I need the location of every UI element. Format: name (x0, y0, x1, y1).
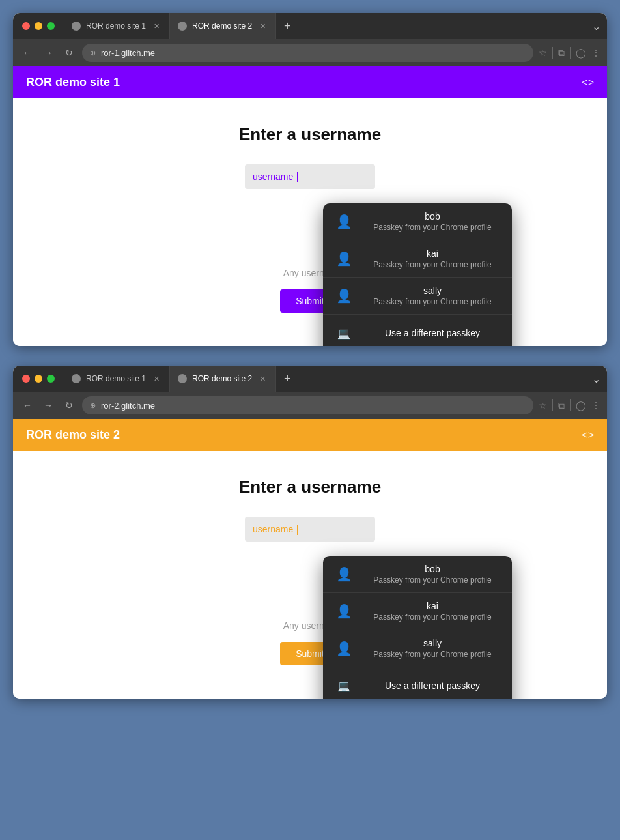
tab-2-label: ROR demo site 2 (192, 22, 252, 31)
url-bar-1[interactable]: ⊕ ror-1.glitch.me (82, 44, 533, 62)
page-content-2: Enter a username username 👤 bob Passkey … (13, 451, 607, 699)
passkey-info-sally-1: sally Passkey from your Chrome profile (363, 285, 501, 306)
minimize-button-2[interactable] (35, 375, 42, 383)
url-security-icon-2: ⊕ (90, 401, 96, 410)
device-icon-2: 💻 (333, 675, 354, 696)
passkey-item-bob-2[interactable]: 👤 bob Passkey from your Chrome profile (323, 556, 512, 593)
code-icon-2[interactable]: <> (582, 429, 594, 441)
tab-4-close[interactable]: ✕ (257, 373, 268, 384)
username-input-container-2[interactable]: username (245, 517, 375, 542)
minimize-button-1[interactable] (35, 22, 42, 30)
code-icon-1[interactable]: <> (582, 77, 594, 89)
cursor-2 (297, 525, 298, 535)
tab-1-label: ROR demo site 1 (86, 22, 146, 31)
tabs-chevron-2[interactable]: ⌄ (592, 373, 607, 385)
passkey-sub-bob-2: Passkey from your Chrome profile (363, 575, 501, 585)
passkey-info-sally-2: sally Passkey from your Chrome profile (363, 638, 501, 659)
passkey-different-label-1: Use a different passkey (363, 328, 501, 338)
username-input-text-2: username (253, 524, 293, 534)
url-bar-2[interactable]: ⊕ ror-2.glitch.me (82, 396, 533, 414)
user-icon-sally-2: 👤 (333, 638, 354, 659)
passkey-item-sally-2[interactable]: 👤 sally Passkey from your Chrome profile (323, 630, 512, 667)
username-input-container-1[interactable]: username (245, 164, 375, 189)
site-header-1: ROR demo site 1 <> (13, 66, 607, 98)
window-controls-2 (13, 375, 64, 383)
address-actions-1: ☆ ⧉ ◯ ⋮ (539, 47, 600, 59)
new-tab-button-1[interactable]: + (276, 20, 299, 33)
tab-3-close[interactable]: ✕ (151, 373, 162, 384)
tab-1-close[interactable]: ✕ (151, 21, 162, 31)
profile-icon-1[interactable]: ◯ (576, 48, 586, 58)
cursor-1 (297, 172, 298, 182)
passkey-different-info-2: Use a different passkey (363, 680, 501, 691)
maximize-button-1[interactable] (47, 22, 55, 30)
tabs-bar-2: ROR demo site 1 ✕ ROR demo site 2 ✕ + ⌄ (64, 366, 607, 392)
passkey-name-sally-2: sally (363, 638, 501, 648)
tab-favicon-1 (72, 22, 81, 31)
menu-icon-1[interactable]: ⋮ (591, 48, 600, 58)
site-title-1: ROR demo site 1 (26, 76, 120, 89)
tab-4-active[interactable]: ROR demo site 2 ✕ (170, 366, 276, 392)
title-bar-1: ROR demo site 1 ✕ ROR demo site 2 ✕ + ⌄ (13, 13, 607, 39)
tabs-chevron-1[interactable]: ⌄ (592, 20, 607, 33)
tab-favicon-3 (72, 374, 81, 383)
passkey-different-1[interactable]: 💻 Use a different passkey (323, 315, 512, 346)
star-icon-1[interactable]: ☆ (539, 48, 547, 58)
device-icon-1: 💻 (333, 323, 354, 343)
passkey-different-info-1: Use a different passkey (363, 328, 501, 338)
star-icon-2[interactable]: ☆ (539, 400, 547, 411)
passkey-name-bob-2: bob (363, 564, 501, 574)
separator-1 (552, 47, 553, 59)
refresh-button-2[interactable]: ↻ (61, 398, 77, 413)
passkey-item-kai-1[interactable]: 👤 kai Passkey from your Chrome profile (323, 240, 512, 278)
passkey-sub-bob-1: Passkey from your Chrome profile (363, 223, 501, 232)
passkey-item-sally-1[interactable]: 👤 sally Passkey from your Chrome profile (323, 278, 512, 315)
forward-button-1[interactable]: → (40, 45, 56, 61)
passkey-item-bob-1[interactable]: 👤 bob Passkey from your Chrome profile (323, 203, 512, 240)
passkey-info-bob-2: bob Passkey from your Chrome profile (363, 564, 501, 585)
input-wrapper-1: username 👤 bob Passkey from your Chrome … (245, 164, 375, 189)
user-icon-bob-1: 👤 (333, 211, 354, 232)
input-section-2: username 👤 bob Passkey from your Chrome … (26, 517, 594, 665)
back-button-2[interactable]: ← (20, 398, 35, 413)
input-section-1: username 👤 bob Passkey from your Chrome … (26, 164, 594, 313)
new-tab-button-2[interactable]: + (276, 372, 299, 386)
close-button-2[interactable] (22, 375, 30, 383)
username-input-text-1: username (253, 171, 293, 182)
forward-button-2[interactable]: → (40, 398, 56, 413)
window-controls-1 (13, 22, 64, 30)
extensions-icon-1[interactable]: ⧉ (558, 48, 565, 59)
passkey-item-kai-2[interactable]: 👤 kai Passkey from your Chrome profile (323, 593, 512, 630)
extensions-icon-2[interactable]: ⧉ (558, 400, 565, 411)
tab-3-inactive[interactable]: ROR demo site 1 ✕ (64, 366, 170, 392)
tab-favicon-4 (178, 374, 187, 383)
passkey-different-label-2: Use a different passkey (363, 680, 501, 691)
url-security-icon-1: ⊕ (90, 49, 96, 57)
separator-3 (552, 399, 553, 411)
site-title-2: ROR demo site 2 (26, 428, 120, 442)
separator-2 (570, 47, 571, 59)
passkey-different-2[interactable]: 💻 Use a different passkey (323, 667, 512, 699)
tabs-bar-1: ROR demo site 1 ✕ ROR demo site 2 ✕ + ⌄ (64, 13, 607, 39)
input-wrapper-2: username 👤 bob Passkey from your Chrome … (245, 517, 375, 542)
passkey-name-kai-2: kai (363, 601, 501, 611)
maximize-button-2[interactable] (47, 375, 55, 383)
tab-1-inactive[interactable]: ROR demo site 1 ✕ (64, 13, 170, 39)
tab-2-close[interactable]: ✕ (257, 21, 268, 31)
title-bar-2: ROR demo site 1 ✕ ROR demo site 2 ✕ + ⌄ (13, 366, 607, 392)
url-text-2: ror-2.glitch.me (101, 401, 155, 411)
address-bar-1: ← → ↻ ⊕ ror-1.glitch.me ☆ ⧉ ◯ ⋮ (13, 39, 607, 66)
passkey-info-kai-2: kai Passkey from your Chrome profile (363, 601, 501, 622)
profile-icon-2[interactable]: ◯ (576, 400, 586, 411)
refresh-button-1[interactable]: ↻ (61, 45, 77, 61)
back-button-1[interactable]: ← (20, 45, 35, 61)
passkey-sub-sally-2: Passkey from your Chrome profile (363, 650, 501, 659)
menu-icon-2[interactable]: ⋮ (591, 400, 600, 411)
tab-2-active[interactable]: ROR demo site 2 ✕ (170, 13, 276, 39)
user-icon-kai-2: 👤 (333, 601, 354, 622)
browser-window-1: ROR demo site 1 ✕ ROR demo site 2 ✕ + ⌄ … (13, 13, 607, 346)
passkey-name-bob-1: bob (363, 211, 501, 222)
passkey-dropdown-1: 👤 bob Passkey from your Chrome profile 👤… (323, 203, 512, 346)
close-button-1[interactable] (22, 22, 30, 30)
page-content-1: Enter a username username 👤 bob Passkey … (13, 98, 607, 346)
